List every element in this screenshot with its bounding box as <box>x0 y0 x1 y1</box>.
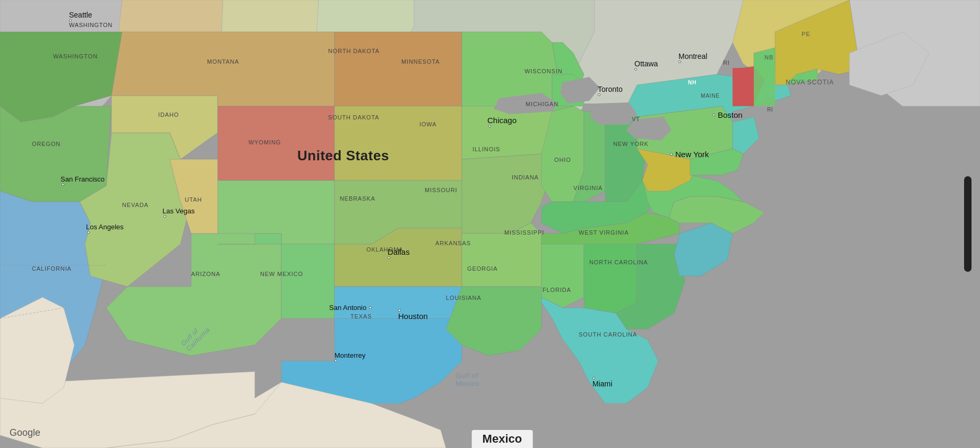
state-label-new-york: VT <box>632 116 640 122</box>
state-label-new-mexico: NEW MEXICO <box>260 271 303 277</box>
city-chicago: Chicago <box>487 116 517 127</box>
city-san-francisco: San Francisco <box>61 175 105 186</box>
state-label-california: CALIFORNIA <box>32 265 72 272</box>
state-label-idaho: IDAHO <box>158 111 179 118</box>
city-montreal: Montreal <box>678 52 707 63</box>
state-label-north-dakota: NORTH DAKOTA <box>328 48 380 54</box>
state-label-utah: UTAH <box>185 196 202 203</box>
state-label-wisconsin: WISCONSIN <box>525 68 562 74</box>
province-pe: PE <box>802 31 810 37</box>
state-label-tennessee: MISSISSIPPI <box>504 229 544 236</box>
city-seattle: Seattle WASHINGTON <box>69 11 113 28</box>
state-label-ohio: OHIO <box>554 157 571 163</box>
city-san-antonio: San Antonio <box>329 304 372 312</box>
state-label-north-carolina: WEST VIRGINIA <box>579 229 629 236</box>
state-label-washington: WASHINGTON <box>53 53 98 59</box>
state-label-south-dakota: SOUTH DAKOTA <box>328 114 380 120</box>
state-label-georgia: FLORIDA <box>543 287 571 293</box>
state-label-vt: NH <box>688 80 697 85</box>
city-miami: Miami <box>592 377 612 388</box>
state-label-texas: TEXAS <box>350 313 372 320</box>
map-container: RI WASHINGTON OREGON CALIFORNIA NEVADA I… <box>0 0 980 448</box>
state-label-arizona: ARIZONA <box>191 271 220 277</box>
state-label-maine: RI <box>723 59 730 66</box>
state-label-nebraska: NEBRASKA <box>340 195 375 202</box>
city-dallas: Dallas <box>388 247 410 259</box>
state-label-indiana: INDIANA <box>512 174 539 180</box>
city-toronto: Toronto <box>598 85 623 96</box>
state-label-louisiana: LOUISIANA <box>446 295 482 301</box>
state-label-illinois: ILLINOIS <box>472 146 500 152</box>
country-label: United States <box>297 148 389 164</box>
state-label-iowa: IOWA <box>419 121 436 127</box>
province-nb: NB <box>764 54 773 61</box>
province-nova-scotia: NOVA SCOTIA <box>786 79 834 86</box>
state-label-oregon: OREGON <box>32 141 61 147</box>
city-monterrey: Monterrey <box>334 351 366 362</box>
map-svg: RI <box>0 0 980 448</box>
state-label-nevada: NEVADA <box>122 202 149 208</box>
city-ottawa: Ottawa <box>634 59 658 71</box>
state-label-mississippi: GEORGIA <box>467 265 498 272</box>
city-new-york: New York <box>670 150 709 159</box>
city-las-vegas: Las Vegas <box>162 207 195 218</box>
svg-rect-5 <box>823 106 980 448</box>
city-boston: Boston <box>712 110 743 119</box>
state-label-montana: MONTANA <box>207 58 239 65</box>
svg-rect-7 <box>754 66 775 106</box>
state-label-arkansas: ARKANSAS <box>435 240 471 246</box>
state-label-west-virginia: VIRGINIA <box>573 185 603 191</box>
state-label-wyoming: WYOMING <box>248 139 281 145</box>
state-label-missouri: MISSOURI <box>425 187 457 193</box>
state-label-penn: NEW YORK <box>613 141 649 147</box>
mexico-label: Mexico <box>472 430 533 448</box>
scrollbar[interactable] <box>964 176 972 272</box>
state-label-florida: SOUTH CAROLINA <box>579 331 637 338</box>
state-label-nh: MAINE <box>701 93 720 99</box>
svg-rect-6 <box>733 68 754 105</box>
svg-text:RI: RI <box>767 107 773 113</box>
city-houston: Houston <box>398 309 428 321</box>
water-label-gulf-mexico: Gulf ofMexico <box>455 372 479 387</box>
state-label-minnesota: MINNESOTA <box>401 58 440 65</box>
state-label-michigan: MICHIGAN <box>526 101 558 107</box>
state-label-south-carolina: NORTH CAROLINA <box>589 259 648 265</box>
google-watermark: Google <box>10 427 40 438</box>
city-los-angeles: Los Angeles <box>86 223 124 234</box>
